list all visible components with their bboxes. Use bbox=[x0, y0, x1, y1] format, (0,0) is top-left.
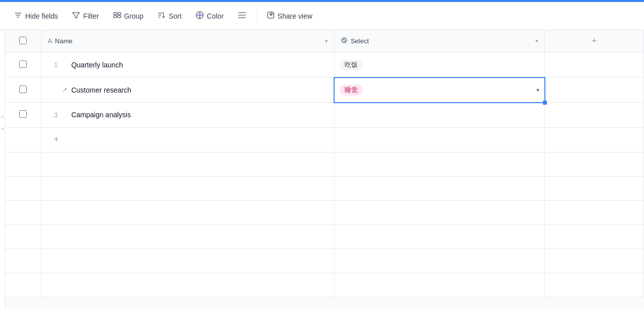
select-all-checkbox[interactable] bbox=[19, 37, 27, 44]
empty-row-1 bbox=[5, 152, 644, 176]
hide-fields-button[interactable]: Hide fields bbox=[8, 8, 64, 24]
row1-extra-cell bbox=[545, 52, 644, 78]
row2-name: Customer research bbox=[71, 86, 131, 94]
select-dropdown-icon[interactable]: ▾ bbox=[536, 87, 539, 94]
add-row: + bbox=[5, 127, 644, 152]
row1-select-cell[interactable]: 吃饭 bbox=[334, 52, 544, 78]
row2-extra-cell bbox=[545, 78, 644, 103]
empty-row-5 bbox=[5, 249, 644, 273]
empty-row-6 bbox=[5, 273, 644, 297]
name-field-icon: A bbox=[48, 37, 52, 45]
hide-fields-icon bbox=[14, 11, 22, 21]
row3-checkbox[interactable] bbox=[19, 110, 27, 118]
left-dot-1 bbox=[2, 116, 4, 118]
svg-rect-2 bbox=[114, 16, 117, 18]
table-row: 3 ↗ Campaign analysis bbox=[5, 103, 644, 128]
svg-rect-0 bbox=[114, 13, 117, 15]
row3-extra-cell bbox=[545, 103, 644, 128]
row3-checkbox-cell bbox=[5, 103, 41, 128]
group-icon bbox=[113, 11, 121, 21]
add-row-select-cell bbox=[334, 127, 544, 152]
add-row-extra-cell bbox=[545, 127, 644, 152]
sort-button[interactable]: Sort bbox=[151, 8, 188, 24]
group-label: Group bbox=[124, 12, 144, 20]
row2-expand-icon[interactable]: ↗ bbox=[62, 86, 67, 94]
row-height-icon bbox=[238, 11, 246, 21]
select-field-icon bbox=[341, 37, 348, 45]
row2-name-cell: ↗ Customer research bbox=[41, 78, 334, 103]
share-view-button[interactable]: Share view bbox=[261, 8, 318, 24]
share-view-icon bbox=[267, 11, 275, 21]
row-height-button[interactable] bbox=[232, 8, 252, 24]
table-wrapper: A Name ▾ bbox=[5, 30, 644, 309]
name-column-header: Name bbox=[55, 37, 72, 45]
row3-name: Campaign analysis bbox=[71, 111, 131, 119]
header-name-cell[interactable]: A Name ▾ bbox=[41, 30, 334, 52]
row2-select-cell[interactable]: 睡觉 ▾ bbox=[334, 78, 544, 103]
color-button[interactable]: Color bbox=[190, 8, 229, 24]
row1-checkbox-cell bbox=[5, 52, 41, 78]
select-column-header: Select bbox=[351, 37, 369, 45]
row2-select-tag: 睡觉 bbox=[340, 85, 363, 96]
svg-rect-1 bbox=[118, 13, 121, 15]
add-column-button[interactable]: + bbox=[592, 36, 597, 46]
row1-name-cell: 1 ↗ Quarterly launch bbox=[41, 52, 334, 78]
name-sort-icon: ▾ bbox=[325, 38, 328, 44]
color-icon bbox=[196, 11, 204, 21]
table-row: ↗ Customer research 睡觉 ▾ bbox=[5, 78, 644, 103]
header-checkbox-cell bbox=[5, 30, 41, 52]
main-table: A Name ▾ bbox=[5, 30, 644, 297]
toolbar-divider bbox=[256, 11, 257, 21]
row2-checkbox[interactable] bbox=[19, 86, 27, 93]
row3-number: 3 bbox=[48, 111, 58, 119]
filter-button[interactable]: Filter bbox=[66, 8, 105, 24]
row1-checkbox[interactable] bbox=[19, 60, 27, 68]
empty-row-3 bbox=[5, 200, 644, 224]
empty-row-2 bbox=[5, 176, 644, 200]
left-dot-2 bbox=[2, 128, 4, 130]
add-row-name-cell: + bbox=[41, 127, 334, 152]
sort-icon bbox=[157, 11, 166, 21]
left-strip bbox=[0, 30, 5, 309]
header-add-cell[interactable]: + bbox=[545, 30, 644, 52]
main-content: A Name ▾ bbox=[0, 30, 644, 309]
resize-handle[interactable] bbox=[543, 101, 547, 105]
header-select-cell[interactable]: Select ▾ bbox=[334, 30, 544, 52]
filter-label: Filter bbox=[83, 12, 99, 20]
svg-rect-3 bbox=[118, 16, 121, 18]
row1-select-tag: 吃饭 bbox=[340, 59, 363, 70]
table-row: 1 ↗ Quarterly launch 吃饭 bbox=[5, 52, 644, 78]
row3-name-cell: 3 ↗ Campaign analysis bbox=[41, 103, 334, 128]
add-row-checkbox-cell bbox=[5, 127, 41, 152]
share-view-label: Share view bbox=[278, 12, 312, 20]
hide-fields-label: Hide fields bbox=[25, 12, 58, 20]
filter-icon bbox=[72, 11, 80, 21]
empty-row-4 bbox=[5, 224, 644, 249]
select-sort-icon: ▾ bbox=[535, 38, 538, 44]
row3-select-cell[interactable] bbox=[334, 103, 544, 128]
row1-name: Quarterly launch bbox=[71, 61, 123, 69]
group-button[interactable]: Group bbox=[107, 8, 150, 24]
sort-label: Sort bbox=[169, 12, 182, 20]
svg-point-4 bbox=[198, 14, 201, 17]
add-row-button[interactable]: + bbox=[48, 128, 65, 151]
table-header-row: A Name ▾ bbox=[5, 30, 644, 52]
toolbar: Hide fields Filter Group Sort bbox=[0, 2, 644, 30]
row1-number: 1 bbox=[48, 61, 58, 68]
color-label: Color bbox=[207, 12, 223, 20]
row2-checkbox-cell bbox=[5, 78, 41, 103]
